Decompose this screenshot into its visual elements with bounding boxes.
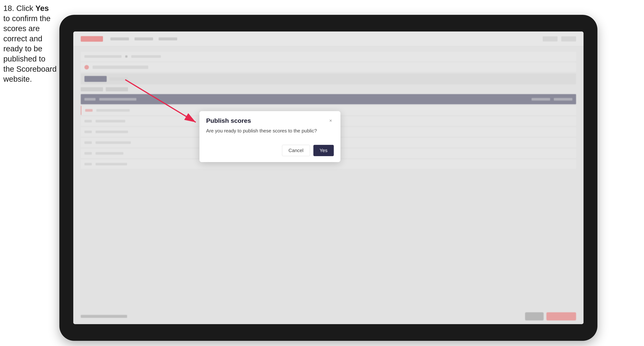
cancel-button[interactable]: Cancel bbox=[282, 145, 310, 156]
modal-title: Publish scores bbox=[206, 117, 251, 124]
text-after: to confirm the scores are correct and re… bbox=[3, 14, 56, 84]
step-number: 18. bbox=[3, 4, 14, 12]
modal-body: Are you ready to publish these scores to… bbox=[200, 128, 340, 145]
tablet-device: Publish scores × Are you ready to publis… bbox=[59, 15, 598, 341]
modal-close-button[interactable]: × bbox=[328, 118, 334, 124]
modal-overlay: Publish scores × Are you ready to publis… bbox=[73, 31, 584, 324]
tablet-screen: Publish scores × Are you ready to publis… bbox=[73, 31, 584, 324]
publish-scores-modal: Publish scores × Are you ready to publis… bbox=[200, 111, 340, 162]
modal-header: Publish scores × bbox=[200, 111, 340, 128]
bold-yes: Yes bbox=[36, 4, 49, 12]
modal-message: Are you ready to publish these scores to… bbox=[206, 128, 334, 134]
text-before-bold: Click bbox=[14, 4, 35, 12]
yes-button[interactable]: Yes bbox=[313, 145, 334, 156]
modal-footer: Cancel Yes bbox=[200, 145, 340, 162]
instruction-text: 18. Click Yes to confirm the scores are … bbox=[3, 3, 57, 84]
